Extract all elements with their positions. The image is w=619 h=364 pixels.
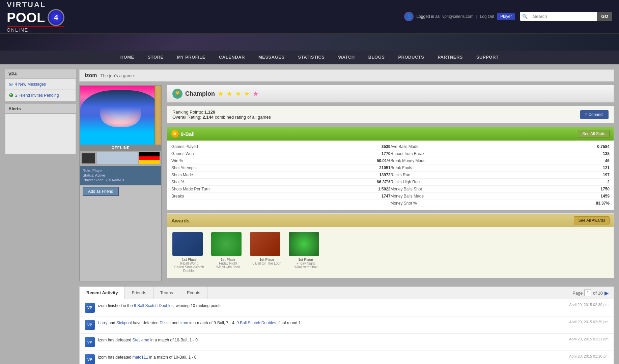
nine-ball-icon: 9 (171, 130, 179, 138)
stat-row: Shot Attempts21051 (171, 164, 391, 172)
facebook-connect-button[interactable]: f Connect (580, 110, 609, 119)
facebook-icon: f (585, 112, 587, 117)
ranking-section: Ranking Points: 1,129 Overall Rating: 2,… (167, 106, 614, 123)
stats-col-left: Games Played3539Games Won1770Win %50.01%… (171, 143, 391, 207)
profile-flags (80, 151, 161, 166)
overall-rating-label: Overall Rating: (172, 115, 201, 120)
nav-item-store[interactable]: STORE (141, 51, 170, 64)
stat-value: 3539 (382, 144, 391, 149)
activity-link[interactable]: 9 Ball Scotch Doubles (134, 303, 173, 308)
nav-item-calendar[interactable]: CALENDAR (212, 51, 252, 64)
champion-label: Champion (185, 90, 215, 97)
stat-row: Shots Made Per Turn1.5022 (171, 186, 391, 193)
activity-avatar: VP (85, 337, 95, 347)
star-5: ★ (253, 90, 259, 98)
user-icon: 👤 (404, 12, 414, 21)
activity-text: izom has defeated mato111 in a match of … (98, 355, 197, 360)
activity-text: izom finished in the 9 Ball Scotch Doubl… (98, 303, 222, 308)
invites-link[interactable]: 2 Friend Invites Pending (15, 93, 59, 98)
activity-link[interactable]: mato111 (132, 355, 148, 360)
nav-item-blogs[interactable]: BLOGS (362, 51, 392, 64)
next-page-button[interactable]: ▶ (604, 290, 609, 296)
mail-icon: ✉ (9, 82, 13, 87)
award-place: 1st Place (172, 258, 206, 262)
stat-label: Money Balls Shot (391, 187, 422, 191)
stats-col-right: Ave Balls Made0.7584Runout from Break138… (391, 143, 610, 207)
stat-row: Break Fouls121 (391, 164, 610, 172)
tab-events[interactable]: Events (180, 287, 207, 299)
nav-item-products[interactable]: PRODUCTS (391, 51, 431, 64)
stat-value: 21051 (379, 165, 390, 170)
awards-title: Awards (171, 218, 190, 223)
nav-item-watch[interactable]: WATCH (332, 51, 362, 64)
activity-avatar: VP (85, 354, 95, 364)
stat-label: Win % (171, 158, 183, 163)
stat-label: Games Played (171, 144, 198, 149)
award-name: Friday Night (211, 262, 245, 265)
add-friend-button[interactable]: Add as Friend (83, 187, 119, 196)
activity-timestamp: April 20, 2015 02:39 pm (569, 320, 609, 324)
profile-username: izom (85, 72, 97, 79)
star-4: ★ (244, 90, 250, 98)
invites-item[interactable]: ⊕ 2 Friend Invites Pending (5, 90, 76, 101)
activity-row: VP izom finished in the 9 Ball Scotch Do… (80, 299, 614, 316)
award-image (289, 232, 319, 256)
messages-link[interactable]: 4 New Messages (15, 82, 46, 87)
stats-header: 9 9-Ball See All Stats (167, 127, 614, 141)
activity-timestamp: April 20, 2015 02:39 pm (569, 303, 609, 307)
stat-label: Games Won (171, 151, 194, 156)
nav-item-messages[interactable]: MESSAGES (252, 51, 291, 64)
award-place: 1st Place (289, 258, 322, 262)
tab-teams[interactable]: Teams (153, 287, 180, 299)
tab-recent-activity[interactable]: Recent Activity (80, 287, 125, 299)
header-right: 👤 Logged in as vp4@celeris.com | Log Out… (404, 12, 612, 21)
see-all-stats-button[interactable]: See All Stats (578, 130, 610, 138)
avatar-face (80, 86, 161, 145)
sidebar-header: VP4 (5, 69, 76, 79)
logged-in-label: Logged in as (416, 14, 440, 19)
activity-link[interactable]: Sickpool (116, 321, 132, 325)
activity-row: VP izom has defeated Steviemo in a match… (80, 334, 614, 351)
activity-link[interactable]: Dizzle (160, 321, 171, 325)
activity-row: VP izom has defeated mato111 in a match … (80, 351, 614, 364)
activity-link[interactable]: 9 Ball Scotch Doubles (236, 321, 276, 325)
logo-online: ONLINE (7, 26, 64, 33)
award-image (250, 232, 280, 256)
award-item: 1st Place Friday Night 9-Ball with 9ball (211, 232, 245, 273)
overall-rating-value: 2,144 (203, 115, 214, 120)
stat-value: 1747 (382, 194, 391, 199)
logout-link[interactable]: Log Out (480, 14, 495, 19)
go-button[interactable]: GO (597, 12, 612, 21)
activity-link[interactable]: Steviemo (132, 338, 149, 342)
tab-friends[interactable]: Friends (125, 287, 153, 299)
award-item: 1st Place Friday Night 9-Ball with 9ball (289, 232, 322, 273)
activity-link[interactable]: izom (180, 321, 188, 325)
plus-icon: ⊕ (9, 92, 13, 98)
stat-row: Games Won1770 (171, 150, 391, 157)
stat-label: Racks Run (391, 173, 411, 177)
nav-item-support[interactable]: SUPPORT (470, 51, 505, 64)
stat-value: 138 (603, 151, 610, 156)
stat-value: 1750 (600, 187, 610, 191)
stat-value: 1.5022 (378, 187, 391, 191)
see-all-awards-button[interactable]: See All Awards (574, 216, 610, 224)
stat-label: Shot % (171, 180, 185, 184)
activity-link[interactable]: Larry (98, 321, 107, 325)
user-email[interactable]: vp4@celeris.com (442, 14, 473, 19)
fb-connect-label: Connect (588, 112, 603, 117)
nav-item-home[interactable]: HOME (114, 51, 141, 64)
award-sub: 9-Ball with 9ball (211, 265, 245, 269)
activity-avatar: VP (85, 320, 95, 330)
username-bar: izom The job's a game. (79, 69, 614, 82)
user-info: 👤 Logged in as vp4@celeris.com | Log Out… (404, 12, 515, 21)
activity-timestamp: April 20, 2015 01:10 pm (569, 354, 609, 358)
stat-row: Runout from Break138 (391, 150, 610, 157)
nav-item-statistics[interactable]: STATISTICS (291, 51, 332, 64)
award-place: 1st Place (211, 258, 245, 262)
nav-item-my-profile[interactable]: MY PROFILE (170, 51, 212, 64)
messages-item[interactable]: ✉ 4 New Messages (5, 79, 76, 90)
nav-item-partners[interactable]: PARTNERS (431, 51, 470, 64)
stat-label: Money Balls Made (391, 194, 424, 199)
search-input[interactable] (530, 12, 597, 21)
activity-text-content: izom has defeated Steviemo in a match of… (98, 337, 566, 343)
